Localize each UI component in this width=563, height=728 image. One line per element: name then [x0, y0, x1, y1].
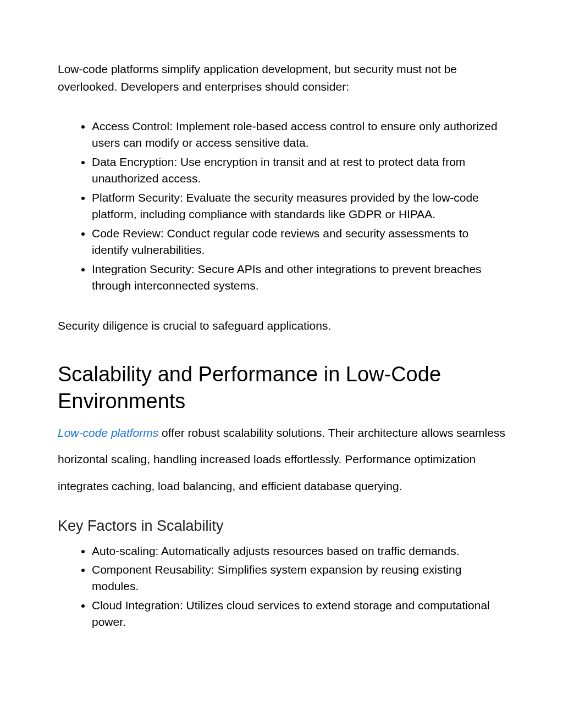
- list-item: Integration Security: Secure APIs and ot…: [92, 261, 505, 294]
- scalability-factors-list: Auto-scaling: Automatically adjusts reso…: [58, 543, 505, 631]
- list-item: Data Encryption: Use encryption in trans…: [92, 154, 505, 187]
- closing-paragraph: Security diligence is crucial to safegua…: [58, 317, 505, 335]
- intro-paragraph: Low-code platforms simplify application …: [58, 60, 505, 95]
- list-item: Auto-scaling: Automatically adjusts reso…: [92, 543, 505, 559]
- subheading: Key Factors in Scalability: [58, 515, 505, 537]
- list-item: Cloud Integration: Utilizes cloud servic…: [92, 597, 505, 631]
- list-item: Code Review: Conduct regular code review…: [92, 225, 505, 259]
- list-item: Access Control: Implement role-based acc…: [92, 118, 505, 152]
- body-paragraph: Low-code platforms offer robust scalabil…: [58, 420, 505, 499]
- low-code-platforms-link[interactable]: Low-code platforms: [58, 426, 158, 439]
- list-item: Component Reusability: Simplifies system…: [92, 562, 505, 595]
- section-heading: Scalability and Performance in Low-Code …: [58, 361, 505, 414]
- security-considerations-list: Access Control: Implement role-based acc…: [58, 118, 505, 294]
- list-item: Platform Security: Evaluate the security…: [92, 190, 505, 223]
